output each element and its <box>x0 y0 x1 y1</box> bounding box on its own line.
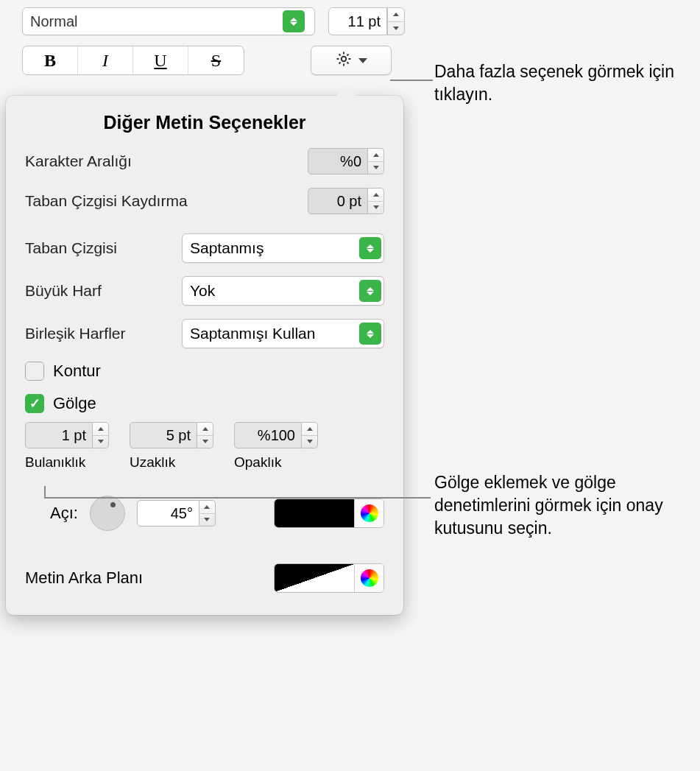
angle-control[interactable]: 45° <box>137 500 216 527</box>
outline-checkbox[interactable] <box>25 362 44 381</box>
text-bg-label: Metin Arka Planı <box>25 568 143 588</box>
angle-stepper[interactable] <box>199 500 216 527</box>
popover-title: Diğer Metin Seçenekler <box>25 112 384 133</box>
opacity-stepper[interactable] <box>302 422 318 448</box>
ligatures-value: Saptanmışı Kullan <box>190 325 315 342</box>
font-style-select[interactable]: Normal <box>22 7 315 35</box>
shadow-row: Gölge <box>25 394 384 413</box>
baseline-shift-stepper[interactable] <box>368 188 384 214</box>
chevron-down-icon[interactable] <box>368 202 383 214</box>
char-spacing-row: Karakter Aralığı %0 <box>25 148 384 175</box>
dist-control[interactable]: 5 pt <box>130 422 213 448</box>
callout-line <box>44 497 431 499</box>
chevron-up-icon[interactable] <box>93 423 108 436</box>
baseline-row: Taban Çizgisi Saptanmış <box>25 233 384 263</box>
angle-value[interactable]: 45° <box>137 500 199 527</box>
underline-button[interactable]: U <box>133 46 188 74</box>
callout-line <box>390 80 433 81</box>
baseline-label: Taban Çizgisi <box>25 239 117 257</box>
baseline-select[interactable]: Saptanmış <box>182 233 384 263</box>
text-bg-swatch[interactable] <box>275 564 354 592</box>
chevron-down-icon[interactable] <box>197 436 213 448</box>
char-spacing-value[interactable]: %0 <box>308 148 368 175</box>
ligatures-label: Birleşik Harfler <box>25 325 126 342</box>
chevron-down-icon[interactable] <box>368 162 383 175</box>
color-picker-button[interactable] <box>354 499 383 527</box>
font-size-control[interactable]: 11 pt <box>328 7 405 35</box>
callout-shadow: Gölge eklemek ve gölge denetimlerini gör… <box>434 471 699 540</box>
text-bg-color-well[interactable] <box>274 563 384 593</box>
opacity-value[interactable]: %100 <box>234 422 302 448</box>
more-options-button[interactable] <box>311 46 392 75</box>
color-wheel-icon <box>361 504 378 522</box>
chevron-up-icon[interactable] <box>197 423 213 436</box>
shadow-color-swatch[interactable] <box>275 499 354 527</box>
ligatures-select[interactable]: Saptanmışı Kullan <box>182 319 384 348</box>
more-text-options-popover: Diğer Metin Seçenekler Karakter Aralığı … <box>6 96 403 615</box>
strike-button[interactable]: S <box>188 46 244 74</box>
chevron-down-icon[interactable] <box>388 22 404 35</box>
blur-col: 1 pt Bulanıklık <box>25 422 109 471</box>
dist-col: 5 pt Uzaklık <box>130 422 213 471</box>
caps-row: Büyük Harf Yok <box>25 276 384 306</box>
blur-value[interactable]: 1 pt <box>25 422 93 448</box>
font-size-value[interactable]: 11 pt <box>328 7 387 35</box>
baseline-value: Saptanmış <box>190 239 264 257</box>
opacity-control[interactable]: %100 <box>234 422 318 448</box>
font-size-stepper[interactable] <box>387 7 405 35</box>
updown-icon <box>359 280 381 302</box>
char-spacing-control[interactable]: %0 <box>308 148 384 175</box>
chevron-down-icon[interactable] <box>93 436 108 448</box>
bold-button[interactable]: B <box>23 46 78 74</box>
blur-label: Bulanıklık <box>25 454 85 471</box>
gear-icon <box>335 50 353 71</box>
font-style-value: Normal <box>30 13 77 30</box>
updown-icon <box>283 10 305 32</box>
opacity-col: %100 Opaklık <box>234 422 318 471</box>
char-spacing-label: Karakter Aralığı <box>25 152 132 170</box>
ligatures-row: Birleşik Harfler Saptanmışı Kullan <box>25 319 384 348</box>
font-row: Normal 11 pt <box>22 7 405 35</box>
svg-point-0 <box>342 57 346 61</box>
blur-stepper[interactable] <box>93 422 109 448</box>
outline-label: Kontur <box>53 362 101 381</box>
shadow-color-well[interactable] <box>274 499 384 528</box>
char-spacing-stepper[interactable] <box>368 148 384 175</box>
caps-value: Yok <box>190 282 215 300</box>
format-row: B I U S <box>22 46 405 75</box>
baseline-shift-row: Taban Çizgisi Kaydırma 0 pt <box>25 188 384 214</box>
chevron-down-icon[interactable] <box>199 514 215 527</box>
dist-value[interactable]: 5 pt <box>130 422 197 448</box>
color-picker-button[interactable] <box>354 564 383 592</box>
format-panel: Normal 11 pt B I U S <box>22 7 405 75</box>
shadow-label: Gölge <box>53 394 96 413</box>
blur-control[interactable]: 1 pt <box>25 422 109 448</box>
chevron-up-icon[interactable] <box>368 189 383 202</box>
caps-label: Büyük Harf <box>25 282 102 300</box>
text-style-group: B I U S <box>22 46 244 75</box>
baseline-shift-label: Taban Çizgisi Kaydırma <box>25 192 188 210</box>
shadow-checkbox[interactable] <box>25 394 44 413</box>
chevron-down-icon[interactable] <box>302 436 317 448</box>
baseline-shift-control[interactable]: 0 pt <box>308 188 384 214</box>
caps-select[interactable]: Yok <box>182 276 384 306</box>
color-wheel-icon <box>361 569 378 587</box>
angle-row: Açı: 45° <box>25 496 384 531</box>
updown-icon <box>359 323 381 345</box>
shadow-controls: 1 pt Bulanıklık 5 pt Uzaklık %100 <box>25 422 384 471</box>
chevron-up-icon[interactable] <box>368 149 383 162</box>
opacity-label: Opaklık <box>234 454 281 471</box>
baseline-shift-value[interactable]: 0 pt <box>308 188 368 214</box>
chevron-up-icon[interactable] <box>302 423 317 436</box>
chevron-up-icon[interactable] <box>388 8 404 22</box>
chevron-up-icon[interactable] <box>199 501 215 514</box>
updown-icon <box>359 237 381 259</box>
text-bg-row: Metin Arka Planı <box>25 563 384 593</box>
callout-more-options: Daha fazla seçenek görmek için tıklayın. <box>434 60 685 106</box>
angle-label: Açı: <box>50 504 78 523</box>
dist-stepper[interactable] <box>197 422 213 448</box>
italic-button[interactable]: I <box>78 46 133 74</box>
angle-dial[interactable] <box>90 496 125 531</box>
chevron-down-icon <box>358 58 367 63</box>
callout-line <box>44 486 46 498</box>
